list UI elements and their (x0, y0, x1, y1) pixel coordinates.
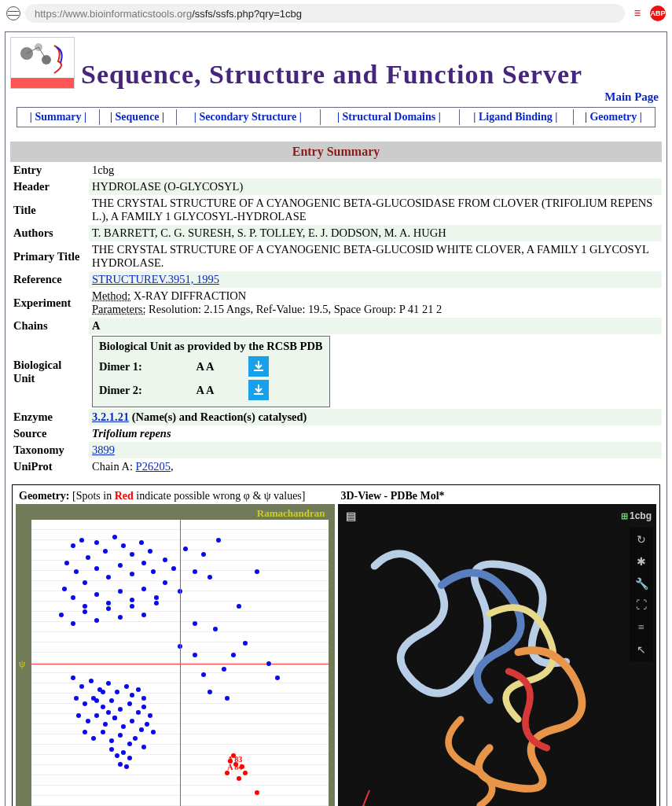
value-chains: A (89, 318, 662, 334)
entry-summary-header: Entry Summary (10, 142, 662, 162)
nav-structural-domains[interactable]: | Structural Domains | (337, 111, 441, 123)
dimer2-chains: A A (178, 384, 233, 397)
nav-geometry[interactable]: | Geometry | (585, 111, 642, 123)
label-primary-title: Primary Title (10, 241, 89, 271)
molstar-toolbar: ↻ ✱ 🔧 ⛶ ≡ ↖ (630, 528, 653, 661)
site-title: Sequence, Structure and Function Server (81, 60, 582, 89)
dimer1-chains: A A (178, 360, 233, 374)
selection-mode-button[interactable]: ↖ (633, 641, 650, 658)
reference-link[interactable]: STRUCTUREV.3951, 1995 (92, 273, 219, 285)
label-header: Header (10, 178, 89, 195)
label-source: Source (10, 425, 89, 442)
biounit-title: Biological Unit as provided by the RCSB … (99, 340, 323, 353)
value-title: THE CRYSTAL STRUCTURE OF A CYANOGENIC BE… (89, 195, 662, 225)
value-header: HYDROLASE (O-GLYCOSYL) (89, 178, 662, 195)
ramachandran-column: Geometry: [Spots in Red indicate possibl… (16, 488, 335, 806)
label-entry: Entry (10, 162, 89, 178)
label-uniprot: UniProt (10, 458, 89, 475)
nav-secondary-structure[interactable]: | Secondary Structure | (194, 111, 302, 123)
screenshot-button[interactable]: ✱ (633, 553, 650, 570)
nav-summary[interactable]: | Summary | (30, 111, 86, 123)
mcafee-icon[interactable]: ☰ (630, 6, 645, 21)
molstar-menu-icon[interactable]: ▤ (343, 507, 360, 524)
reset-camera-button[interactable]: ↻ (633, 531, 650, 548)
fullscreen-button[interactable]: ⛶ (633, 597, 650, 614)
label-experiment: Experiment (10, 288, 89, 318)
3d-view-column: 3D-View - PDBe Mol* ▤ ⊞ 1cbg ↻ ✱ 🔧 ⛶ ≡ ↖ (338, 488, 657, 806)
uniprot-link[interactable]: P26205 (136, 460, 171, 473)
label-enzyme: Enzyme (10, 409, 89, 425)
entry-summary-table: Entry Summary Entry1cbg HeaderHYDROLASE … (10, 142, 662, 475)
geometry-header: Geometry: [Spots in Red indicate possibl… (16, 488, 335, 504)
nav-bar: | Summary | | Sequence | | Secondary Str… (17, 107, 655, 127)
dimer2-download-button[interactable] (248, 380, 269, 400)
globe-icon (6, 6, 20, 20)
value-primary-title: THE CRYSTAL STRUCTURE OF A CYANOGENIC BE… (89, 241, 662, 271)
label-title: Title (10, 195, 89, 225)
page-frame: Sequence, Structure and Function Server … (5, 31, 667, 806)
site-logo (10, 37, 75, 89)
nav-sequence[interactable]: | Sequence | (110, 111, 164, 123)
url-host: https://www.bioinformaticstools.org (35, 8, 192, 20)
dimer1-download-button[interactable] (248, 356, 269, 377)
molstar-viewer[interactable]: ▤ ⊞ 1cbg ↻ ✱ 🔧 ⛶ ≡ ↖ (338, 504, 657, 806)
protein-ribbon (346, 528, 633, 806)
value-experiment: Method: X-RAY DIFFRACTIONParameters: Res… (89, 288, 662, 318)
adblock-icon[interactable]: ABP (650, 6, 666, 21)
3d-view-header: 3D-View - PDBe Mol* (338, 488, 657, 504)
site-header: Sequence, Structure and Function Server (10, 37, 662, 89)
taxonomy-link[interactable]: 3899 (92, 443, 115, 456)
dimer1-label: Dimer 1: (99, 360, 162, 374)
label-biounit: Biological Unit (10, 334, 89, 409)
main-page-link[interactable]: Main Page (604, 90, 659, 103)
url-bar[interactable]: https://www.bioinformaticstools.org/ssfs… (25, 4, 625, 23)
molstar-logo-icon: ⊞ (621, 511, 627, 521)
value-authors: T. BARRETT, C. G. SURESH, S. P. TOLLEY, … (89, 225, 662, 241)
dimer2-label: Dimer 2: (99, 384, 162, 397)
browser-bar: https://www.bioinformaticstools.org/ssfs… (0, 0, 672, 27)
value-source: Trifolium repens (89, 425, 662, 442)
enzyme-link[interactable]: 3.2.1.21 (92, 410, 129, 423)
url-path: /ssfs/ssfs.php?qry=1cbg (192, 8, 302, 20)
panel-toggle-button[interactable]: ≡ (633, 619, 650, 636)
biological-unit-box: Biological Unit as provided by the RCSB … (92, 336, 330, 407)
ramachandran-canvas: A 83 A 84 (31, 520, 329, 806)
settings-button[interactable]: 🔧 (633, 575, 650, 592)
label-chains: Chains (10, 318, 89, 334)
nav-ligand-binding[interactable]: | Ligand Binding | (473, 111, 557, 123)
value-entry: 1cbg (89, 162, 662, 178)
label-authors: Authors (10, 225, 89, 241)
value-enzyme: 3.2.1.21 (Name(s) and Reaction(s) cataly… (89, 409, 662, 425)
psi-axis-label: ψ (19, 657, 25, 670)
molstar-entry-id: 1cbg (630, 510, 652, 521)
label-reference: Reference (10, 271, 89, 288)
plots-row: Geometry: [Spots in Red indicate possibl… (12, 484, 660, 806)
ramachandran-plot[interactable]: Ramachandran ψ φ A 83 A 84 (16, 504, 335, 806)
ramachandran-label: Ramachandran (257, 507, 325, 520)
label-taxonomy: Taxonomy (10, 442, 89, 458)
value-uniprot: Chain A: P26205, (89, 458, 662, 475)
